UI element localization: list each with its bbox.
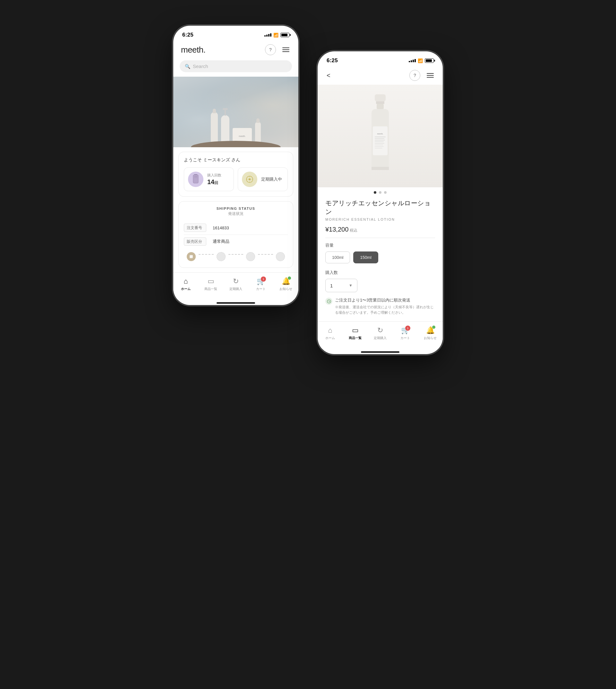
nav-subscription-label: 定期購入 [229, 287, 242, 291]
bottle-2 [221, 115, 229, 144]
time-2: 6:25 [327, 58, 338, 64]
status-bar-2: 6:25 📶 [317, 51, 443, 67]
type-value: 通常商品 [213, 237, 229, 246]
pagination-dots [317, 187, 443, 199]
step-circle-2 [217, 252, 225, 261]
svg-rect-16 [375, 141, 384, 142]
qty-chevron-icon: ▼ [349, 283, 353, 288]
shipping-section: SHIPPING STATUS 発送状況 注文番号 1614833 販売区分 通… [178, 201, 293, 268]
delivery-sub-text: ※発送後、運送会社での状況により（天候不良等）遅れが生じる場合がございます。予め… [335, 305, 435, 315]
subscription-nav-icon: ↻ [233, 277, 239, 286]
help-button-2[interactable]: MORERICH ESSENTIAL LOTION ? [410, 70, 420, 81]
nav-notifications-2[interactable]: 🔔 お知らせ [418, 324, 443, 342]
nav-products-2[interactable]: ▭ 商品一覧 [343, 324, 368, 342]
cart-badge-2: 1 [405, 326, 410, 331]
step-1 [184, 252, 199, 261]
qty-label: 購入数 [325, 270, 435, 275]
search-placeholder: Search [193, 64, 208, 69]
svg-rect-18 [375, 145, 383, 145]
svg-rect-8 [376, 102, 384, 104]
order-key: 注文番号 [184, 224, 206, 232]
subscription-status: 定期購入中 [261, 176, 284, 182]
nav-subscription-2[interactable]: ↻ 定期購入 [368, 324, 393, 342]
qty-selector[interactable]: 1 ▼ [325, 279, 357, 292]
step-3 [243, 252, 258, 261]
svg-rect-13 [375, 137, 386, 137]
volume-100ml[interactable]: 100ml [325, 251, 350, 263]
menu-button[interactable] [281, 46, 291, 53]
shipping-subtitle: 発送状況 [184, 211, 288, 217]
order-value: 1614833 [213, 224, 229, 232]
subscription-info: 定期購入中 [261, 176, 284, 182]
track-line-3 [258, 254, 273, 255]
product-name-jp: モアリッチエッセンシャルローション [325, 199, 435, 216]
nav-products[interactable]: ▭ 商品一覧 [198, 275, 223, 293]
svg-rect-17 [375, 143, 384, 144]
phone1: 6:25 📶 meeth. ? 🔍 Sear [173, 26, 299, 305]
nav-home-label-2: ホーム [325, 336, 335, 340]
nav-cart[interactable]: 🛒 1 カート [248, 275, 273, 293]
track-line-2 [228, 254, 243, 255]
back-button[interactable]: < [325, 71, 332, 81]
nav-subscription[interactable]: ↻ 定期購入 [223, 275, 248, 293]
qty-row: 1 ▼ [325, 279, 435, 292]
nav-home-2[interactable]: ⌂ ホーム [317, 324, 343, 342]
header-icons: ? [265, 44, 291, 55]
subscription-nav-icon-2: ↻ [377, 326, 383, 335]
product-bottle-svg: meeth. [362, 94, 398, 178]
shipping-row-type: 販売区分 通常商品 [184, 235, 288, 248]
svg-rect-14 [375, 138, 384, 139]
product-display: meeth. [204, 112, 267, 144]
nav-subscription-label-2: 定期購入 [374, 336, 387, 340]
step-2 [214, 252, 228, 261]
nav-notifications[interactable]: 🔔 お知らせ [273, 275, 299, 293]
header-icons-2: MORERICH ESSENTIAL LOTION ? [410, 70, 435, 81]
svg-rect-11 [373, 126, 388, 155]
home-icon-2: ⌂ [328, 326, 332, 335]
volume-options: 100ml 150ml [325, 251, 435, 263]
home-icon: ⌂ [183, 277, 188, 286]
svg-rect-19 [375, 146, 384, 147]
bottle-1 [211, 112, 218, 144]
battery-icon-2 [425, 59, 434, 63]
hero-banner: meeth. [173, 77, 299, 147]
search-bar[interactable]: 🔍 Search [180, 60, 292, 72]
product-price: ¥13,200税込 [325, 226, 435, 233]
svg-rect-1 [193, 175, 198, 183]
phone2: 6:25 📶 < MORERICH ESSENTIAL LOTION ? [317, 51, 443, 354]
dot-2 [379, 191, 381, 194]
nav-home[interactable]: ⌂ ホーム [173, 275, 198, 293]
svg-rect-15 [375, 140, 385, 140]
notification-badge [288, 276, 291, 280]
purchase-label: 購入回数 [207, 173, 230, 178]
home-indicator-2 [317, 349, 443, 354]
home-indicator-1 [173, 299, 299, 305]
shipping-title: SHIPPING STATUS [184, 206, 288, 210]
bottle-3 [255, 121, 261, 144]
purchase-count-card: 購入回数 14回 [184, 168, 234, 191]
nav-notifications-label: お知らせ [280, 287, 292, 291]
battery-icon [280, 33, 289, 37]
nav-notifications-label-2: お知らせ [424, 336, 437, 340]
step-4 [273, 252, 288, 261]
volume-label: 容量 [325, 243, 435, 248]
svg-rect-7 [375, 94, 386, 102]
subscription-icon [242, 172, 257, 187]
shipping-row-order: 注文番号 1614833 [184, 221, 288, 235]
purchase-value: 14回 [207, 178, 230, 186]
delivery-info: ご注文日より1〜3営業日以内に順次発送 ※発送後、運送会社での状況により（天候不… [325, 297, 435, 315]
volume-150ml[interactable]: 150ml [353, 251, 378, 263]
progress-track [184, 252, 288, 261]
svg-rect-21 [372, 167, 389, 170]
svg-rect-3 [194, 177, 197, 178]
dot-1 [374, 191, 376, 194]
svg-rect-20 [375, 148, 382, 149]
svg-text:meeth.: meeth. [377, 132, 383, 135]
nav-cart-2[interactable]: 🛒 1 カート [393, 324, 418, 342]
products-icon: ▭ [207, 277, 214, 286]
menu-button-2[interactable] [425, 72, 435, 79]
nav-cart-label-2: カート [400, 336, 410, 340]
help-button[interactable]: ? [265, 44, 276, 55]
svg-rect-9 [377, 104, 384, 109]
dot-3 [384, 191, 387, 194]
